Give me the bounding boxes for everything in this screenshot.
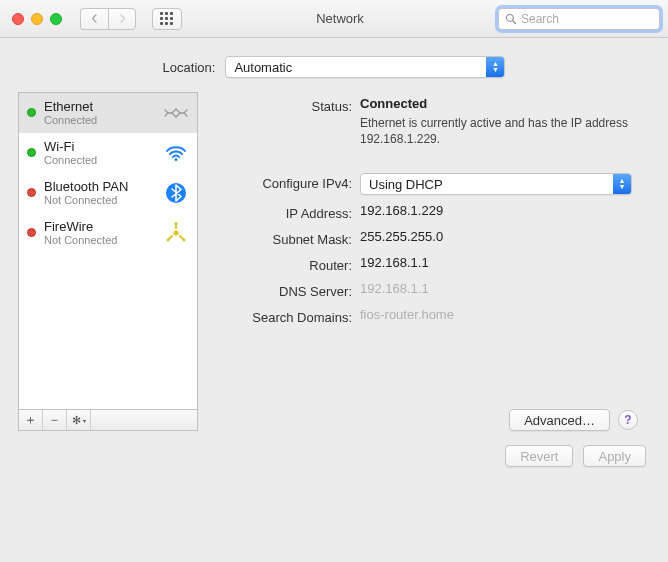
sidebar-footer: ＋ － ✻ bbox=[18, 409, 198, 431]
searchdomain-label: Search Domains: bbox=[218, 307, 360, 325]
router-row: Router: 192.168.1.1 bbox=[218, 251, 644, 277]
titlebar: Network bbox=[0, 0, 668, 38]
grid-icon bbox=[160, 12, 174, 26]
ip-row: IP Address: 192.168.1.229 bbox=[218, 199, 644, 225]
mask-value: 255.255.255.0 bbox=[360, 229, 644, 244]
configure-value: Using DHCP bbox=[369, 177, 443, 192]
service-text: Wi-Fi Connected bbox=[44, 139, 155, 166]
wifi-icon bbox=[163, 143, 189, 163]
service-item-ethernet[interactable]: Ethernet Connected bbox=[19, 93, 197, 133]
chevron-updown-icon: ▲▼ bbox=[613, 174, 631, 194]
apply-button[interactable]: Apply bbox=[583, 445, 646, 467]
location-label: Location: bbox=[163, 60, 216, 75]
zoom-button[interactable] bbox=[50, 13, 62, 25]
search-icon bbox=[505, 13, 517, 25]
router-value: 192.168.1.1 bbox=[360, 255, 644, 270]
help-icon: ? bbox=[624, 413, 631, 427]
close-button[interactable] bbox=[12, 13, 24, 25]
searchdomain-value: fios-router.home bbox=[360, 307, 644, 322]
add-service-button[interactable]: ＋ bbox=[19, 410, 43, 430]
sidebar: Ethernet Connected Wi-Fi Connected bbox=[18, 92, 198, 431]
status-dot bbox=[27, 148, 36, 157]
service-substatus: Connected bbox=[44, 154, 155, 166]
configure-ipv4-select[interactable]: Using DHCP ▲▼ bbox=[360, 173, 632, 195]
help-button[interactable]: ? bbox=[618, 410, 638, 430]
window-title: Network bbox=[190, 11, 490, 26]
plus-icon: ＋ bbox=[24, 411, 37, 429]
chevron-left-icon bbox=[90, 14, 99, 23]
dns-label: DNS Server: bbox=[218, 281, 360, 299]
window-controls bbox=[8, 13, 62, 25]
location-row: Location: Automatic ▲▼ bbox=[0, 38, 668, 92]
forward-button[interactable] bbox=[108, 8, 136, 30]
configure-row: Configure IPv4: Using DHCP ▲▼ bbox=[218, 169, 644, 199]
service-substatus: Not Connected bbox=[44, 194, 155, 206]
advanced-row: Advanced… ? bbox=[218, 409, 644, 431]
service-item-wifi[interactable]: Wi-Fi Connected bbox=[19, 133, 197, 173]
status-description: Ethernet is currently active and has the… bbox=[360, 115, 644, 147]
back-button[interactable] bbox=[80, 8, 108, 30]
svg-point-5 bbox=[175, 222, 178, 225]
detail-panel: Status: Connected Ethernet is currently … bbox=[212, 92, 650, 431]
dns-value: 192.168.1.1 bbox=[360, 281, 644, 296]
service-list[interactable]: Ethernet Connected Wi-Fi Connected bbox=[18, 92, 198, 409]
content-area: Ethernet Connected Wi-Fi Connected bbox=[0, 92, 668, 431]
nav-back-forward bbox=[80, 8, 136, 30]
status-row: Status: Connected Ethernet is currently … bbox=[218, 92, 644, 151]
mask-row: Subnet Mask: 255.255.255.0 bbox=[218, 225, 644, 251]
advanced-button[interactable]: Advanced… bbox=[509, 409, 610, 431]
service-text: Bluetooth PAN Not Connected bbox=[44, 179, 155, 206]
minus-icon: － bbox=[48, 411, 61, 429]
svg-line-1 bbox=[513, 20, 516, 23]
service-actions-button[interactable]: ✻ bbox=[67, 410, 91, 430]
status-dot bbox=[27, 188, 36, 197]
mask-label: Subnet Mask: bbox=[218, 229, 360, 247]
svg-point-2 bbox=[175, 158, 178, 161]
ip-label: IP Address: bbox=[218, 203, 360, 221]
service-substatus: Connected bbox=[44, 114, 155, 126]
dns-row: DNS Server: 192.168.1.1 bbox=[218, 277, 644, 303]
service-name: Wi-Fi bbox=[44, 139, 155, 154]
svg-point-6 bbox=[167, 238, 170, 241]
show-all-button[interactable] bbox=[152, 8, 182, 30]
router-label: Router: bbox=[218, 255, 360, 273]
footer-buttons: Revert Apply bbox=[0, 431, 668, 481]
service-text: FireWire Not Connected bbox=[44, 219, 155, 246]
configure-label: Configure IPv4: bbox=[218, 173, 360, 191]
service-substatus: Not Connected bbox=[44, 234, 155, 246]
service-text: Ethernet Connected bbox=[44, 99, 155, 126]
ip-value: 192.168.1.229 bbox=[360, 203, 644, 218]
search-field[interactable] bbox=[498, 8, 660, 30]
svg-point-7 bbox=[183, 238, 186, 241]
search-input[interactable] bbox=[521, 12, 653, 26]
service-item-firewire[interactable]: FireWire Not Connected bbox=[19, 213, 197, 253]
searchdomain-row: Search Domains: fios-router.home bbox=[218, 303, 644, 329]
status-dot bbox=[27, 228, 36, 237]
chevron-updown-icon: ▲▼ bbox=[486, 57, 504, 77]
minimize-button[interactable] bbox=[31, 13, 43, 25]
status-label: Status: bbox=[218, 96, 360, 114]
ethernet-icon bbox=[163, 103, 189, 123]
service-name: Ethernet bbox=[44, 99, 155, 114]
bluetooth-icon bbox=[163, 182, 189, 204]
firewire-icon bbox=[163, 222, 189, 244]
gear-icon: ✻ bbox=[72, 414, 81, 427]
location-value: Automatic bbox=[234, 60, 292, 75]
status-value: Connected bbox=[360, 96, 427, 111]
svg-point-4 bbox=[174, 230, 179, 235]
service-item-bluetooth[interactable]: Bluetooth PAN Not Connected bbox=[19, 173, 197, 213]
chevron-right-icon bbox=[118, 14, 127, 23]
status-dot bbox=[27, 108, 36, 117]
location-select[interactable]: Automatic ▲▼ bbox=[225, 56, 505, 78]
revert-button[interactable]: Revert bbox=[505, 445, 573, 467]
service-name: Bluetooth PAN bbox=[44, 179, 155, 194]
service-name: FireWire bbox=[44, 219, 155, 234]
remove-service-button[interactable]: － bbox=[43, 410, 67, 430]
